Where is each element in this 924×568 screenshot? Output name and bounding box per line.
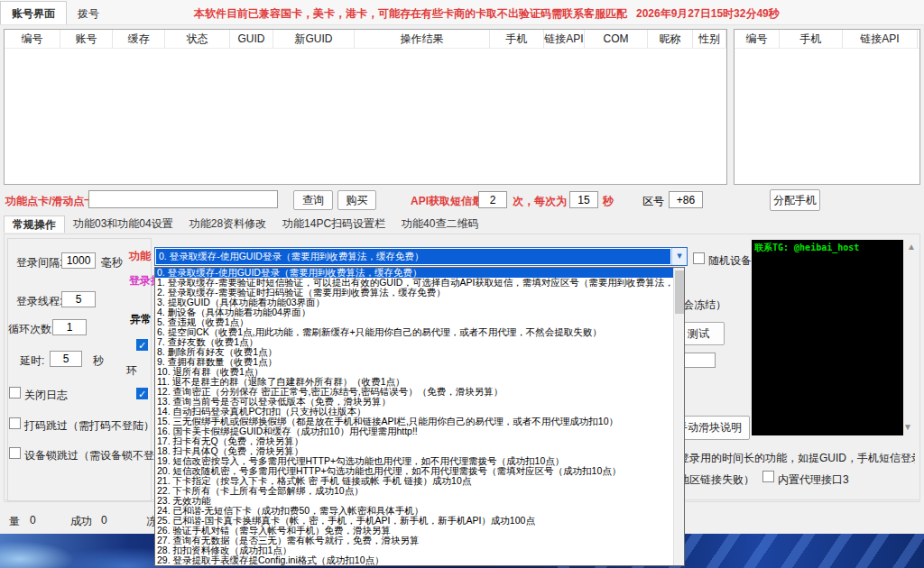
dropdown-option[interactable]: 16. 国卡美卡假绑提GUID和缓存（成功扣10）用代理需用http!! [155,426,673,436]
dropdown-option[interactable]: 15. 三无假绑手机或假绑换假绑（都是放在手机和链接API栏,只能用你自己的易代… [155,417,673,426]
titlebar-tab-1[interactable]: 账号界面 [0,1,67,24]
random-device-label: 随机设备 [708,253,752,269]
close-log-checkbox[interactable] [9,387,21,399]
column-header[interactable]: 状态 [165,30,230,48]
loop-count-label: 循环次数: [8,322,54,337]
loop-count-input[interactable] [52,319,87,335]
dropdown-option[interactable]: 13. 查询当前号是否可以登录低版本（免费，滑块另算） [155,397,673,407]
hidden-option-checkbox-1[interactable]: ✓ [136,339,148,351]
dropdown-option[interactable]: 20. 短信改随机密，号多需用代理HTTP+勾选功能也用代理，如不用代理需拨号（… [155,466,673,476]
dropdown-option[interactable]: 5. 查违规（收费1点） [155,317,673,327]
dropdown-option[interactable]: 4. 删设备（具体功能看功能04界面） [155,307,673,317]
login-thread-input[interactable] [61,291,96,307]
dropdown-option[interactable]: 26. 验证手机对错（需导入帐号和手机）免费，滑块另算 [155,526,673,536]
delay-label: 延时: [20,353,44,369]
qty-label: 量 [9,514,20,529]
function-tab-5[interactable]: 功能40查二维码 [393,215,486,233]
dropdown-option[interactable]: 24. 已和谐-无短信下卡（成功扣费50，需导入帐密和具体手机） [155,506,673,516]
dropdown-option[interactable]: 3. 提取GUID（具体功能看功能03界面） [155,298,673,307]
function-tab-4[interactable]: 功能14PC扫码设置栏 [274,215,393,233]
column-header[interactable]: 链接API [843,30,918,48]
dropdown-options: 0. 登录取缓存-使用GUID登录（需要用到收费算法，缓存免费）1. 登录取缓存… [155,268,673,565]
column-header[interactable]: 昵称 [648,30,693,48]
skip-devicelock-checkbox[interactable] [9,447,21,459]
dropdown-option[interactable]: 17. 扫卡有无Q（免费，滑块另算） [155,436,673,446]
dropdown-option[interactable]: 29. 登录提取手表缓存提Config.ini格式（成功扣10点） [155,555,673,565]
dropdown-option[interactable]: 27. 查询有无数据（是否三无）需有帐号就行，免费，滑块另算 [155,536,673,545]
column-header[interactable]: 新GUID [273,30,355,48]
function-tab-2[interactable]: 功能03和功能04设置 [65,215,181,233]
log-console: 联系TG: @heibai_host [752,240,903,435]
dropdown-option[interactable]: 22. 下卡所有（卡上所有号全部解绑，成功10点） [155,486,673,496]
interval-unit-label: 毫秒 [101,255,123,270]
scroll-down-icon[interactable]: ▼ [903,422,912,432]
dropdown-option[interactable]: 12. 查询密正（分别保存 密正正常号,密正冻结号,密码错误号）（免费，滑块另算… [155,387,673,397]
dropdown-option[interactable]: 2. 登录取缓存-需要验证时扫码验证（需要用到收费算法，缓存免费） [155,288,673,298]
delay-input[interactable] [50,351,82,367]
dropdown-option[interactable]: 14. 自动扫码登录真机PC扣扣（只支持以往版本） [155,407,673,417]
note-region-fail: 地区链接失败） [679,472,754,488]
column-header[interactable]: COM [585,30,648,48]
account-table-header: 编号账号缓存状态GUID新GUID操作结果手机链接APICOM昵称性别 [5,30,726,49]
column-header[interactable]: 缓存 [113,30,165,48]
seconds-unit-label: 秒 [603,194,614,209]
dropdown-scrollbar[interactable] [673,268,684,565]
hidden-option-checkbox-2[interactable]: ✓ [136,388,148,399]
builtin-proxy-label: 内置代理接口3 [778,472,849,488]
times-unit-label: 次，每次为 [513,194,567,209]
function-tab-1[interactable]: 常规操作 [4,215,65,233]
scrollbar-thumb[interactable] [675,270,684,314]
titlebar-tab-2[interactable]: 拨号 [67,2,110,25]
console-contact-text: 联系TG: @heibai_host [752,240,903,256]
buy-button[interactable]: 购买 [337,190,376,210]
dropdown-option[interactable]: 18. 扫卡具体Q（免费，滑块另算） [155,446,673,456]
dropdown-option[interactable]: 8. 删除所有好友（收费1点） [155,347,673,357]
dropdown-option[interactable]: 10. 退所有群（收费1点） [155,367,673,377]
query-button[interactable]: 查询 [293,190,333,210]
compatibility-notice: 本软件目前已兼容国卡，美卡，港卡，可能存在有些卡商的卡取不出验证码需联系客服匹配 [194,6,627,22]
note-long-login: 登录用的时间长的功能，如提GUID，手机短信登录等） [679,451,915,466]
combobox-selected-text: 0. 登录取缓存-使用GUID登录（需要用到收费算法，缓存免费） [156,249,670,264]
function-combobox[interactable]: 0. 登录取缓存-使用GUID登录（需要用到收费算法，缓存免费） ▾ [154,247,688,266]
assign-phone-button[interactable]: 分配手机 [770,189,820,211]
dropdown-option[interactable]: 1. 登录取缓存-需要验证时短信验证，可以提出有效的GUID，可选择自动API获… [155,278,673,288]
dropdown-option[interactable]: 28. 扣扣资料修改（成功扣1点） [155,545,673,555]
skip-devicelock-label: 设备锁跳过（需设备锁不登陆） [24,448,176,463]
function-tab-3[interactable]: 功能28资料修改 [181,215,274,233]
dropdown-option[interactable]: 7. 查好友数（收费1点） [155,337,673,347]
column-header[interactable]: 手机 [780,30,843,48]
column-header[interactable]: 链接API [544,30,585,48]
dropdown-option[interactable]: 11. 退不是群主的群（退除了自建群外所有群）（收费1点） [155,377,673,387]
phone-table: 编号手机链接API [734,29,920,185]
column-header[interactable]: 性别 [693,30,726,48]
chevron-down-icon[interactable]: ▾ [671,248,687,265]
card-input[interactable] [88,190,278,208]
area-code-input[interactable] [669,191,703,208]
scroll-up-icon[interactable]: ▲ [907,242,916,252]
dropdown-option[interactable]: 6. 提空间CK（收费1点,用此功能，需刷新缓存+只能用你自己的易代理，或者不用… [155,327,673,337]
env-label: 环 [126,363,137,379]
function-tabs: 常规操作功能03和功能04设置功能28资料修改功能14PC扫码设置栏功能40查二… [4,215,486,234]
column-header[interactable]: 编号 [735,30,780,48]
column-header[interactable]: 编号 [5,30,60,48]
dropdown-option[interactable]: 25. 已和谐-国卡真卡换绑真卡（帐，密，手机，手机API，新手机，新手机API… [155,516,673,526]
clock-text: 2026年9月27日15时32分49秒 [636,6,780,22]
login-interval-input[interactable] [61,252,96,269]
dropdown-option[interactable]: 9. 查拥有群数量（收费1点） [155,357,673,367]
titlebar-tabs: 账号界面拨号 [0,5,110,20]
dropdown-option[interactable]: 23. 无效功能 [155,496,673,506]
random-device-checkbox[interactable] [693,252,705,264]
dropdown-option[interactable]: 21. 下卡指定（按导入下卡，格式帐 密 手机 链接或帐 手机 链接）成功10点 [155,476,673,486]
column-header[interactable]: 手机 [490,30,544,48]
column-header[interactable]: 操作结果 [355,30,490,48]
function-label: 功能 [129,249,151,264]
sms-times-input[interactable] [478,191,507,208]
builtin-proxy-checkbox[interactable] [762,471,774,482]
skip-captcha-checkbox[interactable] [9,417,21,429]
column-header[interactable]: 账号 [60,30,113,48]
skip-captcha-label: 打码跳过（需打码不登陆） [24,418,154,434]
column-header[interactable]: GUID [230,30,273,48]
sms-seconds-input[interactable] [569,191,598,208]
dropdown-option[interactable]: 0. 登录取缓存-使用GUID登录（需要用到收费算法，缓存免费） [155,268,673,278]
dropdown-option[interactable]: 19. 短信改密按导入，号多需用代理HTTP+勾选功能也用代理，如不用代理需拨号… [155,456,673,466]
